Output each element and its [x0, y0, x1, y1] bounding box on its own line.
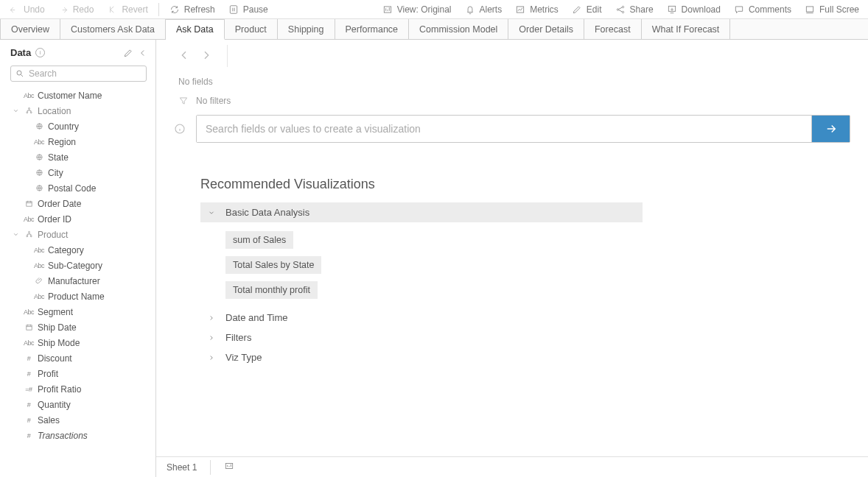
field-state[interactable]: State [0, 149, 155, 165]
bottom-worksheet-tabs: Sheet 1 [156, 456, 868, 477]
svg-point-3 [617, 8, 618, 10]
field-country[interactable]: Country [0, 119, 155, 134]
field-label: Ship Mode [38, 338, 80, 348]
tab-customers-ask-data[interactable]: Customers Ask Data [60, 19, 166, 39]
tab-order-details[interactable]: Order Details [508, 19, 584, 39]
ask-input[interactable] [197, 116, 811, 142]
field-order-date[interactable]: Order Date [0, 196, 155, 211]
rec-group-date-and-time[interactable]: Date and Time [200, 308, 643, 328]
info-icon[interactable]: i [35, 48, 45, 57]
chevron-down-icon [12, 231, 20, 238]
download-label: Download [682, 4, 721, 15]
ratio-type-icon: =# [23, 386, 35, 393]
new-sheet-button[interactable] [224, 461, 234, 473]
field-transactions[interactable]: #Transactions [0, 428, 155, 443]
field-product[interactable]: Product [0, 227, 155, 242]
text-type-icon: Abc [33, 262, 45, 269]
rec-chip[interactable]: Total monthly profit [225, 281, 318, 299]
pause-button[interactable]: Pause [223, 2, 274, 17]
rec-group-filters[interactable]: Filters [200, 328, 643, 347]
tab-shipping[interactable]: Shipping [278, 19, 335, 39]
field-segment[interactable]: AbcSegment [0, 304, 155, 319]
field-ship-date[interactable]: Ship Date [0, 319, 155, 335]
field-profit-ratio[interactable]: =#Profit Ratio [0, 381, 155, 397]
undo-button[interactable]: Undo [3, 2, 51, 17]
rec-group-label: Viz Type [225, 352, 262, 363]
view-button[interactable]: View: Original [377, 2, 458, 17]
forward-button[interactable] [200, 49, 212, 63]
revert-button[interactable]: Revert [101, 2, 153, 17]
metrics-button[interactable]: Metrics [509, 2, 564, 17]
view-label: View: Original [397, 4, 452, 15]
comments-button[interactable]: Comments [728, 2, 797, 17]
tab-forecast[interactable]: Forecast [584, 19, 642, 39]
tab-what-if-forecast[interactable]: What If Forecast [642, 19, 731, 39]
top-toolbar: Undo Redo Revert Refresh Pause View: Ori… [0, 0, 868, 19]
field-label: Discount [38, 353, 72, 364]
refresh-button[interactable]: Refresh [164, 2, 221, 17]
field-product-name[interactable]: AbcProduct Name [0, 289, 155, 304]
download-icon [667, 4, 677, 15]
field-label: Ship Date [38, 322, 77, 333]
tab-commission-model[interactable]: Commission Model [409, 19, 508, 39]
undo-icon [9, 4, 19, 15]
tab-ask-data[interactable]: Ask Data [166, 19, 225, 40]
text-type-icon: Abc [33, 247, 45, 254]
rec-group-basic-data-analysis[interactable]: Basic Data Analysis [200, 202, 643, 222]
fullscreen-button[interactable]: Full Scree [799, 2, 865, 17]
edit-button[interactable]: Edit [566, 2, 608, 17]
field-profit[interactable]: #Profit [0, 366, 155, 381]
alerts-button[interactable]: Alerts [459, 2, 508, 17]
search-icon [15, 69, 24, 78]
field-sub-category[interactable]: AbcSub-Category [0, 258, 155, 273]
field-ship-mode[interactable]: AbcShip Mode [0, 335, 155, 350]
back-button[interactable] [178, 49, 190, 63]
metrics-label: Metrics [530, 4, 559, 15]
field-city[interactable]: City [0, 165, 155, 180]
divider [210, 460, 211, 475]
redo-button[interactable]: Redo [52, 2, 100, 17]
svg-rect-16 [26, 202, 31, 206]
field-location[interactable]: Location [0, 103, 155, 119]
tab-performance[interactable]: Performance [335, 19, 410, 39]
field-category[interactable]: AbcCategory [0, 242, 155, 258]
edit-datasource-icon[interactable] [123, 48, 133, 58]
field-label: Location [38, 106, 71, 116]
hint-icon [171, 115, 189, 143]
nav-row [156, 40, 868, 72]
text-type-icon: Abc [33, 138, 45, 146]
tab-product[interactable]: Product [225, 19, 278, 39]
field-quantity[interactable]: #Quantity [0, 397, 155, 412]
no-fields-status: No fields [156, 72, 868, 91]
tab-overview[interactable]: Overview [0, 19, 60, 39]
svg-rect-0 [230, 5, 237, 13]
field-list: AbcCustomer NameLocationCountryAbcRegion… [0, 86, 155, 477]
chevron-down-icon [12, 107, 20, 114]
number-type-icon: # [23, 417, 35, 424]
field-region[interactable]: AbcRegion [0, 134, 155, 149]
field-label: Segment [38, 307, 73, 317]
separator [158, 3, 159, 16]
field-customer-name[interactable]: AbcCustomer Name [0, 88, 155, 103]
field-search-input[interactable] [29, 68, 141, 79]
no-filters-label: No filters [196, 96, 231, 106]
collapse-sidebar-icon[interactable] [138, 48, 148, 58]
download-button[interactable]: Download [661, 2, 727, 17]
rec-chip[interactable]: sum of Sales [225, 231, 293, 249]
field-order-id[interactable]: AbcOrder ID [0, 211, 155, 227]
field-label: Product [38, 230, 68, 240]
field-sales[interactable]: #Sales [0, 412, 155, 428]
field-postal-code[interactable]: Postal Code [0, 180, 155, 196]
no-filters-status: No filters [156, 91, 868, 110]
no-fields-label: No fields [178, 77, 213, 87]
text-type-icon: Abc [23, 339, 35, 347]
rec-group-viz-type[interactable]: Viz Type [200, 347, 643, 367]
field-discount[interactable]: #Discount [0, 350, 155, 366]
share-button[interactable]: Share [609, 2, 659, 17]
sheet-tab-1[interactable]: Sheet 1 [167, 462, 197, 473]
rec-chip[interactable]: Total Sales by State [225, 256, 321, 274]
field-manufacturer[interactable]: Manufacturer [0, 273, 155, 289]
submit-button[interactable] [811, 116, 850, 142]
globe-icon [33, 153, 45, 161]
field-search[interactable] [10, 66, 147, 82]
